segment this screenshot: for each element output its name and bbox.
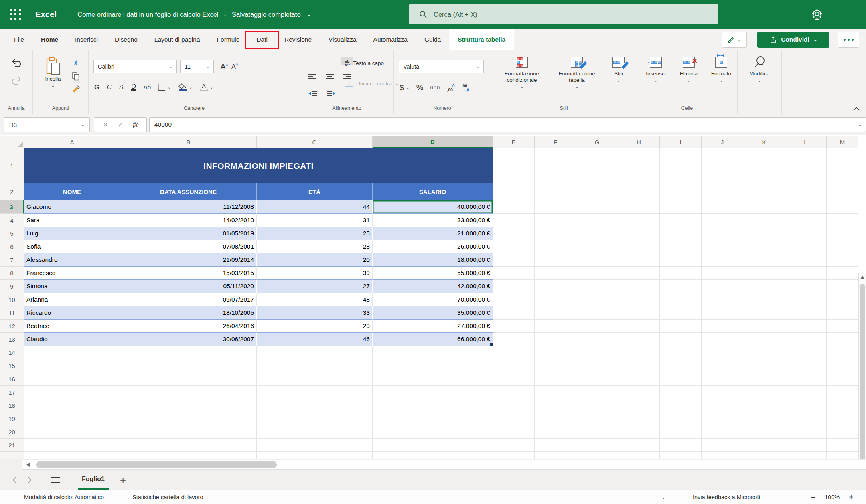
cell[interactable] (702, 183, 743, 200)
cell[interactable] (493, 267, 535, 280)
cell[interactable] (257, 372, 373, 386)
cell[interactable] (743, 425, 785, 439)
cell[interactable] (743, 333, 785, 346)
table-header-cell[interactable]: SALARIO (373, 183, 493, 200)
cell[interactable] (785, 439, 827, 452)
cell[interactable] (576, 200, 618, 214)
cell[interactable] (618, 240, 660, 253)
cell[interactable] (827, 372, 858, 386)
cell[interactable] (827, 412, 858, 425)
column-header-I[interactable]: I (660, 136, 702, 148)
cell[interactable] (535, 280, 576, 293)
select-all-corner[interactable] (0, 136, 24, 148)
tab-revisione[interactable]: Revisione (276, 29, 320, 50)
data-cell[interactable]: 27 (257, 280, 373, 293)
font-name-select[interactable]: Calibri ⌄ (93, 60, 177, 73)
row-header-9[interactable]: 9 (0, 280, 24, 293)
row-header-14[interactable]: 14 (0, 346, 24, 359)
cell[interactable] (120, 452, 257, 459)
data-cell[interactable]: 31 (257, 214, 373, 227)
cell[interactable] (576, 333, 618, 346)
cell[interactable] (785, 412, 827, 425)
data-cell[interactable]: 39 (257, 267, 373, 280)
decrease-indent-button[interactable] (306, 89, 319, 97)
cell[interactable] (493, 214, 535, 227)
wrap-text-button[interactable]: abc↩ Testo a capo (345, 60, 384, 66)
cell[interactable] (618, 320, 660, 333)
cell[interactable] (743, 227, 785, 240)
cell[interactable] (743, 439, 785, 452)
tab-visualizza[interactable]: Visualizza (320, 29, 365, 50)
cell[interactable] (618, 346, 660, 359)
statusbar-options-caret[interactable]: ⌄ (662, 490, 665, 504)
cell[interactable] (493, 253, 535, 267)
cell[interactable] (660, 293, 702, 306)
percent-format-button[interactable]: % (416, 83, 424, 92)
cell[interactable] (702, 293, 743, 306)
cell[interactable] (785, 214, 827, 227)
cell[interactable] (785, 306, 827, 320)
tab-struttura-tabella[interactable]: Struttura tabella (449, 29, 514, 50)
cell[interactable] (576, 240, 618, 253)
cell[interactable] (24, 425, 120, 439)
next-sheet-button[interactable] (27, 470, 32, 490)
data-cell[interactable]: Arianna (24, 293, 120, 306)
data-cell[interactable]: 42.000,00 € (373, 280, 493, 293)
cell[interactable] (702, 439, 743, 452)
cell[interactable] (120, 425, 257, 439)
cell[interactable] (743, 399, 785, 412)
cell[interactable] (702, 280, 743, 293)
column-header-L[interactable]: L (785, 136, 827, 148)
cell[interactable] (493, 320, 535, 333)
cell[interactable] (702, 359, 743, 372)
cell[interactable] (827, 267, 858, 280)
cell[interactable] (373, 412, 493, 425)
data-cell[interactable]: 01/05/2019 (120, 227, 257, 240)
cell[interactable] (535, 320, 576, 333)
row-header-16[interactable]: 16 (0, 372, 24, 386)
cell[interactable] (827, 333, 858, 346)
cell[interactable] (827, 399, 858, 412)
tab-automatizza[interactable]: Automatizza (365, 29, 416, 50)
data-cell[interactable]: 26.000,00 € (373, 240, 493, 253)
scroll-left-arrow[interactable] (26, 463, 30, 467)
row-header-11[interactable]: 11 (0, 306, 24, 320)
cell[interactable] (618, 280, 660, 293)
cell[interactable] (493, 412, 535, 425)
cell[interactable] (535, 439, 576, 452)
fill-color-button[interactable]: ⌄ (178, 83, 192, 91)
cell[interactable] (24, 346, 120, 359)
app-launcher-icon[interactable] (10, 9, 21, 20)
cell[interactable] (660, 214, 702, 227)
horizontal-scroll-thumb[interactable] (36, 461, 277, 468)
cell[interactable] (373, 359, 493, 372)
zoom-in-button[interactable]: + (849, 490, 854, 504)
align-middle-button[interactable] (324, 57, 336, 65)
cell[interactable] (618, 386, 660, 399)
cell[interactable] (493, 333, 535, 346)
column-header-M[interactable]: M (827, 136, 858, 148)
cell[interactable] (493, 359, 535, 372)
cell[interactable] (257, 425, 373, 439)
cell[interactable] (373, 452, 493, 459)
cell[interactable] (120, 346, 257, 359)
cell[interactable] (120, 359, 257, 372)
cell[interactable] (660, 200, 702, 214)
cell[interactable] (257, 399, 373, 412)
align-center-button[interactable] (324, 73, 336, 81)
cell[interactable] (827, 183, 858, 200)
cell[interactable] (373, 346, 493, 359)
cell[interactable] (660, 280, 702, 293)
bold-button[interactable]: G (94, 83, 99, 91)
row-header-7[interactable]: 7 (0, 253, 24, 267)
cell[interactable] (535, 372, 576, 386)
cell[interactable] (493, 293, 535, 306)
data-cell[interactable]: Riccardo (24, 306, 120, 320)
cell[interactable] (785, 293, 827, 306)
active-cell[interactable]: 40.000,00 € (373, 200, 493, 214)
cell[interactable] (660, 452, 702, 459)
row-header-22[interactable] (0, 452, 24, 459)
app-name[interactable]: Excel (35, 10, 57, 19)
cell[interactable] (660, 183, 702, 200)
cell[interactable] (120, 412, 257, 425)
